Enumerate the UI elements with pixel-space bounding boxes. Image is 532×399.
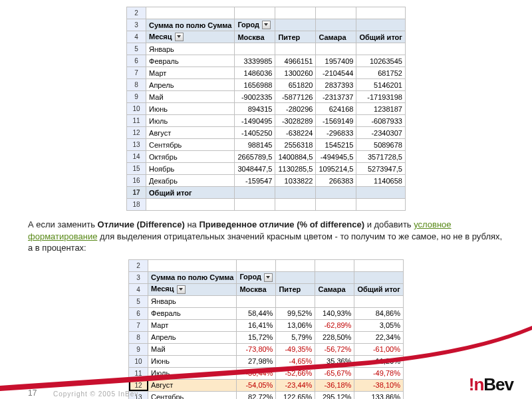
row-number: 10 xyxy=(127,103,146,115)
data-cell: 15,72% xyxy=(237,331,276,343)
dropdown-icon[interactable] xyxy=(177,285,186,294)
col-group-header[interactable]: Город xyxy=(235,19,275,31)
data-cell: -52,66% xyxy=(276,367,315,379)
data-cell: -36,44% xyxy=(237,367,276,379)
data-cell: -73,80% xyxy=(237,343,276,355)
col-header: Общий итог xyxy=(356,31,406,43)
col-header: Питер xyxy=(275,31,316,43)
data-cell: 1130285,5 xyxy=(275,163,316,175)
pivot-table-1: 23Сумма по полю СуммаГород4МесяцМоскваПи… xyxy=(126,7,406,211)
data-cell: -1405250 xyxy=(235,127,275,139)
data-cell: -49,35% xyxy=(276,343,315,355)
data-cell xyxy=(354,295,404,307)
row-number: 11 xyxy=(127,115,146,127)
row-label: Январь xyxy=(148,295,237,307)
row-group-header[interactable]: Месяц xyxy=(148,283,237,295)
col-group-header[interactable]: Город xyxy=(237,271,276,283)
row-label: Октябрь xyxy=(146,151,235,163)
row-label: Апрель xyxy=(146,79,235,91)
dropdown-icon[interactable] xyxy=(262,21,271,29)
pivot-table-2: 23Сумма по полю СуммаГород4МесяцМоскваПи… xyxy=(128,259,404,399)
data-cell: 266383 xyxy=(316,175,356,187)
data-cell: -3028289 xyxy=(275,115,316,127)
grand-total-label: Общий итог xyxy=(146,187,235,199)
col-header: Общий итог xyxy=(354,283,404,295)
data-cell: -159547 xyxy=(235,175,275,187)
row-number: 15 xyxy=(127,163,146,175)
data-cell: -638224 xyxy=(275,127,316,139)
col-header: Самара xyxy=(315,283,354,295)
data-cell: 1033822 xyxy=(275,175,316,187)
page-number: 17 xyxy=(28,388,37,398)
data-cell: 3571728,5 xyxy=(356,151,406,163)
data-cell: 3048447,5 xyxy=(235,163,275,175)
data-cell: 99,52% xyxy=(276,307,315,319)
data-cell: 228,50% xyxy=(315,331,354,343)
pivot-sum-label: Сумма по полю Сумма xyxy=(146,19,235,31)
pivot-sum-label: Сумма по полю Сумма xyxy=(148,271,237,283)
data-cell: 5,79% xyxy=(276,331,315,343)
col-header: Москва xyxy=(237,283,276,295)
footer: 17 Copyright © 2005 InBev !nBev xyxy=(0,380,532,399)
data-cell: -2340307 xyxy=(356,127,406,139)
data-cell: -49,78% xyxy=(354,367,404,379)
data-cell: 10263545 xyxy=(356,55,406,67)
data-cell: -6087933 xyxy=(356,115,406,127)
data-cell: 1140658 xyxy=(356,175,406,187)
data-cell xyxy=(316,43,356,55)
row-number: 6 xyxy=(129,307,148,319)
data-cell: 58,44% xyxy=(237,307,276,319)
data-cell: 3339985 xyxy=(235,55,275,67)
data-cell xyxy=(356,43,406,55)
row-number: 10 xyxy=(129,355,148,367)
data-cell: -1490495 xyxy=(235,115,275,127)
row-label: Апрель xyxy=(148,331,237,343)
row-label: Март xyxy=(148,319,237,331)
row-number: 5 xyxy=(129,295,148,307)
row-number: 8 xyxy=(127,79,146,91)
row-number: 11 xyxy=(129,367,148,379)
data-cell: 5089678 xyxy=(356,139,406,151)
row-label: Июль xyxy=(148,367,237,379)
data-cell: 624168 xyxy=(316,103,356,115)
data-cell: 3,05% xyxy=(354,319,404,331)
data-cell xyxy=(276,295,315,307)
dropdown-icon[interactable] xyxy=(175,33,184,41)
data-cell xyxy=(235,43,275,55)
row-label: Июнь xyxy=(146,103,235,115)
row-label: Март xyxy=(146,67,235,79)
data-cell: -62,89% xyxy=(315,319,354,331)
row-label: Май xyxy=(148,343,237,355)
row-number: 8 xyxy=(129,331,148,343)
data-cell: 2556318 xyxy=(275,139,316,151)
copyright-text: Copyright © 2005 InBev xyxy=(53,390,138,398)
body-paragraph: А если заменить Отличие (Difference) на … xyxy=(28,219,504,254)
row-label: Февраль xyxy=(148,307,237,319)
row-number: 9 xyxy=(129,343,148,355)
data-cell: -494945,5 xyxy=(316,151,356,163)
data-cell: 1300260 xyxy=(275,67,316,79)
data-cell: 22,34% xyxy=(354,331,404,343)
dropdown-icon[interactable] xyxy=(264,273,273,282)
data-cell: -2313737 xyxy=(316,91,356,103)
data-cell: 140,93% xyxy=(315,307,354,319)
data-cell: 1238187 xyxy=(356,103,406,115)
row-label: Май xyxy=(146,91,235,103)
row-number: 9 xyxy=(127,91,146,103)
data-cell: 13,06% xyxy=(276,319,315,331)
data-cell: -4,65% xyxy=(276,355,315,367)
row-number: 7 xyxy=(129,319,148,331)
row-group-header[interactable]: Месяц xyxy=(146,31,235,43)
data-cell: -2104544 xyxy=(316,67,356,79)
data-cell: -56,72% xyxy=(315,343,354,355)
data-cell: 651820 xyxy=(275,79,316,91)
data-cell: 1545215 xyxy=(316,139,356,151)
col-header: Самара xyxy=(316,31,356,43)
data-cell: 2837393 xyxy=(316,79,356,91)
data-cell: -5877126 xyxy=(275,91,316,103)
data-cell: 35,36% xyxy=(315,355,354,367)
data-cell: 2665789,5 xyxy=(235,151,275,163)
row-label: Декабрь xyxy=(146,175,235,187)
row-label: Февраль xyxy=(146,55,235,67)
data-cell: 1656988 xyxy=(235,79,275,91)
